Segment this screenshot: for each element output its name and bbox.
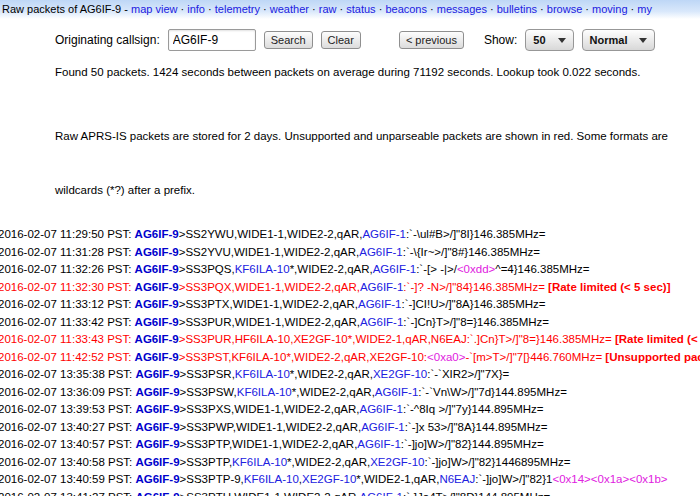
packet-text: *,WIDE2-2,qAR, [290,263,373,275]
packet-timestamp: 2016-02-07 13:40:59 PST: [0,473,135,485]
callsign-link[interactable]: AG6IF-1 [373,263,416,275]
origin-callsign-link[interactable]: AG6IF-9 [135,386,179,398]
callsign-label: Originating callsign: [55,33,160,47]
origin-callsign-link[interactable]: AG6IF-9 [135,333,179,345]
packet-text: :`-\{Ir~>/]"8#}146.385MHz= [403,246,540,258]
nav-link-messages[interactable]: messages [437,3,487,15]
packet-timestamp: 2016-02-07 13:36:09 PST: [0,386,135,398]
callsign-link[interactable]: KF6ILA-10 [235,368,290,380]
raw-packets-form: Originating callsign: Search Clear < pre… [55,29,700,51]
callsign-link[interactable]: XE2GF-10 [302,473,356,485]
show-count-select[interactable]: 50 [525,29,573,51]
origin-callsign-link[interactable]: AG6IF-9 [135,473,179,485]
show-count-value: 50 [533,34,545,46]
packet-timestamp: 2016-02-07 11:33:42 PST: [0,316,135,328]
nav-link-weather[interactable]: weather [270,3,309,15]
origin-callsign-link[interactable]: AG6IF-9 [135,491,179,496]
packet-text: >SS3PST,KF6ILA-10*,WIDE2-2,qAR,XE2GF-10: [179,351,427,363]
clear-button[interactable]: Clear [321,31,361,49]
callsign-input[interactable] [168,29,256,51]
origin-callsign-link[interactable]: AG6IF-9 [135,316,179,328]
packet-line: 2016-02-07 11:33:12 PST: AG6IF-9>SS3PTX,… [0,296,700,314]
packet-text: >SS3PSR, [180,368,235,380]
error-badge: [Rate limited (< 5 sec)] [615,333,700,345]
callsign-link[interactable]: N6EAJ [439,473,475,485]
callsign-link[interactable]: AG6IF-1 [360,316,403,328]
page-title: Raw packets of AG6IF-9 - [2,3,131,15]
callsign-link[interactable]: AG6IF-1 [359,246,402,258]
callsign-link[interactable]: XE2GF-10 [370,456,424,468]
nav-link-bulletins[interactable]: bulletins [497,3,537,15]
header-bar: Raw packets of AG6IF-9 - map view · info… [0,0,700,19]
packet-text: >SS3PWP,WIDE1-1,WIDE2-2,qAR, [180,421,362,433]
origin-callsign-link[interactable]: AG6IF-9 [135,403,179,415]
nav-link-map-view[interactable]: map view [131,3,177,15]
packet-text: >SS3PTP,WIDE1-1,WIDE2-2,qAR, [180,438,358,450]
nav-link-beacons[interactable]: beacons [385,3,427,15]
packet-text: >SS3PTP, [180,456,233,468]
origin-callsign-link[interactable]: AG6IF-9 [135,228,179,240]
packet-text: *,WIDE2-2,qAR, [292,386,375,398]
packet-text: >SS2YWU,WIDE1-1,WIDE2-2,qAR, [179,228,363,240]
packet-line: 2016-02-07 11:33:43 PST: AG6IF-9>SS3PUR,… [0,331,700,349]
callsign-link[interactable]: AG6IF-1 [375,386,418,398]
nav-link-browse[interactable]: browse [547,3,582,15]
error-badge: [Rate limited (< 5 sec)] [548,281,670,293]
nav-link-info[interactable]: info [187,3,205,15]
origin-callsign-link[interactable]: AG6IF-9 [135,438,179,450]
origin-callsign-link[interactable]: AG6IF-9 [135,246,179,258]
origin-callsign-link[interactable]: AG6IF-9 [135,368,179,380]
callsign-link[interactable]: AG6IF-1 [360,281,403,293]
callsign-link[interactable]: KF6ILA-10 [244,473,299,485]
callsign-link[interactable]: AG6IF-1 [361,421,404,433]
nav-link-telemetry[interactable]: telemetry [215,3,260,15]
callsign-link[interactable]: AG6IF-1 [359,491,402,496]
packet-text: :`-]jo]W>/]"82}144.895MHz= [401,438,544,450]
previous-button[interactable]: < previous [399,31,464,49]
origin-callsign-link[interactable]: AG6IF-9 [135,421,179,433]
callsign-link[interactable]: XE2GF-10 [373,368,427,380]
packet-line: 2016-02-07 13:35:38 PST: AG6IF-9>SS3PSR,… [0,366,700,384]
packet-timestamp: 2016-02-07 11:32:26 PST: [0,263,135,275]
callsign-link[interactable]: AG6IF-1 [359,403,402,415]
packet-line: 2016-02-07 13:39:53 PST: AG6IF-9>SS3PXS,… [0,401,700,419]
display-mode-select[interactable]: Normal [582,29,656,51]
packet-text: -`[m>T>/]"7[}446.760MHz= [465,351,605,363]
header-nav: map view · info · telemetry · weather · … [131,3,652,15]
packet-line: 2016-02-07 11:42:52 PST: AG6IF-9>SS3PST,… [0,349,700,367]
hex-escape: <0xdd> [457,263,495,275]
show-label: Show: [484,33,517,47]
packet-text: ^=4}146.385MHz= [495,263,589,275]
callsign-link[interactable]: AG6IF-1 [358,298,401,310]
callsign-link[interactable]: AG6IF-1 [357,438,400,450]
origin-callsign-link[interactable]: AG6IF-9 [135,263,179,275]
origin-callsign-link[interactable]: AG6IF-9 [135,281,179,293]
callsign-link[interactable]: AG6IF-1 [362,228,405,240]
nav-link-moving[interactable]: moving [592,3,627,15]
packet-text: >SS3PTU,WIDE1-1,WIDE2-2,qAR, [180,491,360,496]
packet-text: :`-]? -N>/]"84}146.385MHz= [403,281,548,293]
search-button[interactable]: Search [264,31,313,49]
packet-text: :`-[> -|>/ [416,263,457,275]
origin-callsign-link[interactable]: AG6IF-9 [135,456,179,468]
callsign-link[interactable]: KF6ILA-10 [235,263,290,275]
packet-text: >SS3PSW, [180,386,237,398]
nav-link-raw[interactable]: raw [319,3,337,15]
packet-line: 2016-02-07 11:32:26 PST: AG6IF-9>SS3PQS,… [0,261,700,279]
hex-escape: <0x14><0x1a><0x1b> [552,473,667,485]
callsign-link[interactable]: KF6ILA-10 [232,456,287,468]
packet-text: >SS3PXS,WIDE1-1,WIDE2-2,qAR, [180,403,360,415]
nav-link-my[interactable]: my [637,3,652,15]
callsign-link[interactable]: KF6ILA-10 [237,386,292,398]
packet-text: :`-`Vn\W>/]"7d}144.895MHz= [418,386,567,398]
display-mode-value: Normal [590,34,628,46]
packet-line: 2016-02-07 13:40:27 PST: AG6IF-9>SS3PWP,… [0,419,700,437]
origin-callsign-link[interactable]: AG6IF-9 [135,298,179,310]
nav-link-status[interactable]: status [346,3,375,15]
packet-line: 2016-02-07 11:32:30 PST: AG6IF-9>SS3PQX,… [0,279,700,297]
packet-text: >SS3PQS, [179,263,235,275]
packet-text: >SS3PTP-9, [180,473,244,485]
packet-text: :`-`XIR2>/]"7X}= [427,368,509,380]
origin-callsign-link[interactable]: AG6IF-9 [135,351,179,363]
results-summary: Found 50 packets. 1424 seconds between p… [55,66,700,78]
